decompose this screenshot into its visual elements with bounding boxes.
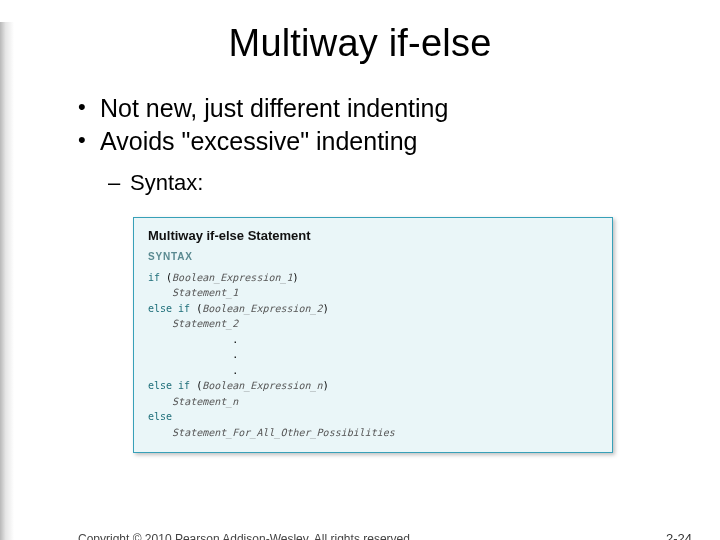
stn: Statement_n <box>172 396 238 407</box>
st1: Statement_1 <box>172 287 238 298</box>
st2: Statement_2 <box>172 318 238 329</box>
bullet-sub-1: Syntax: <box>108 166 680 199</box>
be1: Boolean_Expression_1 <box>172 272 292 283</box>
bullet-item-1: Not new, just different indenting <box>78 93 680 124</box>
footer: Copyright © 2010 Pearson Addison-Wesley.… <box>78 531 692 540</box>
slide-title: Multiway if-else <box>0 22 720 65</box>
left-shadow <box>0 22 14 540</box>
syntax-box: Multiway if-else Statement SYNTAX if (Bo… <box>133 217 613 454</box>
syntax-box-subtitle: SYNTAX <box>148 251 598 262</box>
st-other: Statement_For_All_Other_Possibilities <box>172 427 395 438</box>
footer-page: 2-24 <box>666 531 692 540</box>
be2: Boolean_Expression_2 <box>202 303 322 314</box>
kw-if: if <box>148 272 160 283</box>
bullet-item-2: Avoids "excessive" indenting <box>78 126 680 157</box>
syntax-box-wrap: Multiway if-else Statement SYNTAX if (Bo… <box>133 217 613 454</box>
kw-elseif-1: else if <box>148 303 190 314</box>
syntax-box-title: Multiway if-else Statement <box>148 228 598 243</box>
footer-copyright: Copyright © 2010 Pearson Addison-Wesley.… <box>78 532 413 540</box>
syntax-code: if (Boolean_Expression_1) Statement_1 el… <box>148 270 598 441</box>
slide-content: Not new, just different indenting Avoids… <box>0 93 720 453</box>
slide: Multiway if-else Not new, just different… <box>0 22 720 540</box>
kw-elseif-n: else if <box>148 380 190 391</box>
ben: Boolean_Expression_n <box>202 380 322 391</box>
kw-else: else <box>148 411 172 422</box>
